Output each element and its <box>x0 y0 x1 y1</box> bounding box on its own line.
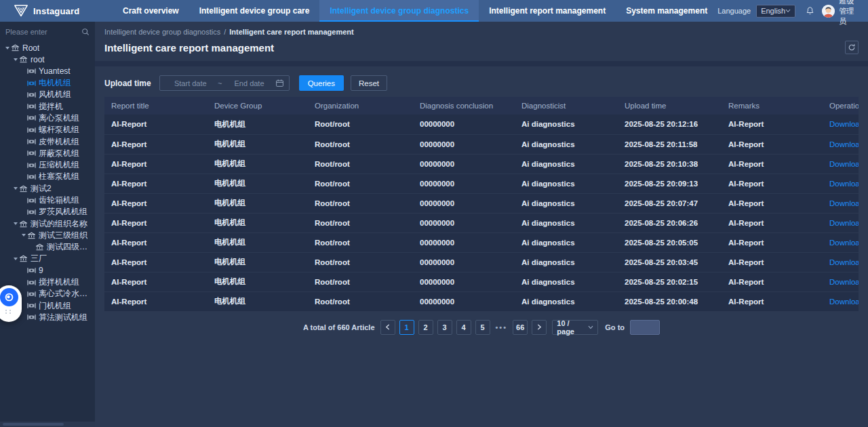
user-name[interactable]: 超级管理员 <box>839 0 860 26</box>
next-page-button[interactable] <box>532 320 547 335</box>
caret-down-icon[interactable] <box>12 58 19 61</box>
cell-operations: Download <box>823 252 859 272</box>
language-value: English <box>761 7 785 15</box>
download-link[interactable]: Download <box>829 180 859 188</box>
cell-device-group: 电机机组 <box>208 154 308 174</box>
brand[interactable]: Instaguard <box>0 4 100 18</box>
page-size-select[interactable]: 10 / page <box>552 320 598 335</box>
cell-device-group: 电机机组 <box>208 174 308 193</box>
date-range-picker[interactable]: Start date ~ End date <box>159 75 290 91</box>
tree-item[interactable]: 三厂 <box>0 253 95 264</box>
page-button[interactable]: 5 <box>475 320 490 335</box>
floating-assistant-widget[interactable] <box>0 285 22 322</box>
cell-remarks: AI-Report <box>722 174 823 193</box>
drag-handle-icon[interactable] <box>5 310 12 314</box>
tree-item[interactable]: 9 <box>0 265 95 277</box>
cell-conclusion: 00000000 <box>413 115 515 134</box>
download-link[interactable]: Download <box>829 239 859 247</box>
reset-button[interactable]: Reset <box>351 75 387 91</box>
tree-item[interactable]: Root <box>0 42 95 54</box>
caret-down-icon[interactable] <box>12 258 19 260</box>
table-row: AI-Report电机机组Root/root00000000Ai diagnos… <box>104 291 859 311</box>
cell-conclusion: 00000000 <box>413 252 515 272</box>
download-link[interactable]: Download <box>829 258 859 266</box>
nav-item[interactable]: Intelligent report management <box>479 0 616 22</box>
tree-item[interactable]: 测试四级组织 <box>0 241 95 253</box>
breadcrumb-parent[interactable]: Intelligent device group diagnostics <box>104 28 220 36</box>
search-icon[interactable] <box>81 28 90 36</box>
tree-item[interactable]: 测试三级组织 <box>0 230 95 241</box>
caret-down-icon[interactable] <box>20 234 27 237</box>
notification-bell-icon[interactable] <box>805 6 815 16</box>
tree-item-label: 罗茨风机机组 <box>39 206 87 218</box>
goto-label: Go to <box>605 323 625 331</box>
download-link[interactable]: Download <box>829 160 859 168</box>
table-row: AI-Report电机机组Root/root00000000Ai diagnos… <box>104 115 859 134</box>
device-icon <box>27 115 36 121</box>
tree-item[interactable]: 压缩机机组 <box>0 159 95 171</box>
goto-page-input[interactable] <box>630 320 660 335</box>
tree-item[interactable]: Yuantest <box>0 66 95 77</box>
column-header: Report title <box>104 97 208 115</box>
tree-item-label: 电机机组 <box>39 77 71 89</box>
queries-button[interactable]: Queries <box>299 75 344 91</box>
tree-item[interactable]: 齿轮箱机组 <box>0 195 95 206</box>
ellipsis-more-pages[interactable]: ••• <box>494 323 509 331</box>
cell-diagnosticist: Ai diagnostics <box>515 115 618 134</box>
page-button[interactable]: 1 <box>399 320 414 335</box>
cell-diagnosticist: Ai diagnostics <box>515 232 618 252</box>
tree-item[interactable]: 屏蔽泵机组 <box>0 148 95 159</box>
cell-report-title: AI-Report <box>104 193 208 213</box>
device-icon <box>27 291 36 298</box>
caret-down-icon[interactable] <box>4 47 11 49</box>
nav-item[interactable]: Intelligent device group care <box>189 0 320 22</box>
start-date-input[interactable]: Start date <box>165 79 216 87</box>
download-link[interactable]: Download <box>829 278 859 286</box>
page-button[interactable]: 2 <box>418 320 433 335</box>
column-header: Device Group <box>208 97 308 115</box>
tree-item[interactable]: 离心泵机组 <box>0 113 95 124</box>
tree-item[interactable]: 搅拌机 <box>0 100 95 112</box>
cell-organization: Root/root <box>308 252 413 272</box>
refresh-button[interactable] <box>845 41 859 54</box>
sidebar-horizontal-scrollbar[interactable] <box>0 422 95 427</box>
tree-item[interactable]: 柱塞泵机组 <box>0 171 95 182</box>
download-link[interactable]: Download <box>829 120 859 128</box>
cell-remarks: AI-Report <box>722 232 823 252</box>
user-avatar[interactable] <box>822 5 835 18</box>
cell-operations: Download <box>823 291 859 311</box>
tree-item[interactable]: 罗茨风机机组 <box>0 206 95 218</box>
cell-report-title: AI-Report <box>104 272 208 291</box>
nav-item[interactable]: Craft overview <box>113 0 189 22</box>
column-header: Operations <box>823 97 859 115</box>
prev-page-button[interactable] <box>380 320 395 335</box>
tree-item[interactable]: 螺杆泵机组 <box>0 124 95 136</box>
column-header: Remarks <box>722 97 823 115</box>
sidebar-search-input[interactable] <box>5 28 81 36</box>
cell-remarks: AI-Report <box>722 115 823 134</box>
download-link[interactable]: Download <box>829 199 859 207</box>
download-link[interactable]: Download <box>829 219 859 227</box>
nav-item[interactable]: System management <box>616 0 717 22</box>
download-link[interactable]: Download <box>829 298 859 306</box>
tree-item[interactable]: root <box>0 54 95 65</box>
assistant-icon[interactable] <box>0 288 18 306</box>
download-link[interactable]: Download <box>829 140 859 148</box>
page-button[interactable]: 66 <box>513 320 528 335</box>
language-select[interactable]: English <box>756 5 795 18</box>
page-button[interactable]: 4 <box>456 320 471 335</box>
tree-item[interactable]: 风机机组 <box>0 89 95 100</box>
tree-item[interactable]: 皮带机机组 <box>0 136 95 147</box>
cell-device-group: 电机机组 <box>208 291 308 311</box>
tree-item[interactable]: 测试的组织名称 <box>0 218 95 229</box>
scrollbar-thumb[interactable] <box>3 423 64 426</box>
caret-down-icon[interactable] <box>12 187 19 190</box>
nav-item[interactable]: Intelligent device group diagnostics <box>319 0 479 22</box>
end-date-input[interactable]: End date <box>223 79 275 87</box>
page-button[interactable]: 3 <box>437 320 452 335</box>
caret-down-icon[interactable] <box>12 222 19 225</box>
tree-item-label: 离心泵机组 <box>39 113 79 124</box>
pagination-total: A total of 660 Article <box>303 323 375 331</box>
tree-item[interactable]: 电机机组 <box>0 77 95 89</box>
tree-item[interactable]: 测试2 <box>0 183 95 195</box>
